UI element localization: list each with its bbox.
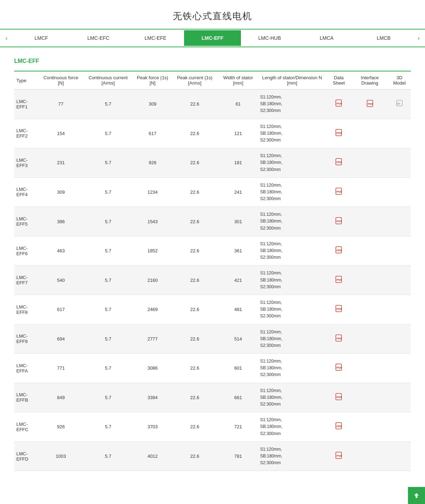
cell-peak-force: 1543 <box>134 207 171 236</box>
nav-next-button[interactable]: › <box>412 30 425 47</box>
cell-interface-drawing[interactable] <box>351 236 388 266</box>
table-row: LMC-EFF53865.7154322.6301S1:120mm,SB:180… <box>14 207 411 236</box>
pdf-icon[interactable]: PDF <box>335 248 342 255</box>
col-header-length_stator: Length of stator/Dimension N [mm] <box>258 71 326 90</box>
pdf-icon[interactable]: PDF <box>335 336 342 343</box>
cell-interface-drawing[interactable]: PDF <box>351 90 388 119</box>
cell-data-sheet[interactable]: PDF <box>326 148 351 178</box>
cell-length-stator: S1:120mm,SB:180mm,S2:300mm <box>258 90 326 119</box>
cell-peak-force: 3086 <box>134 354 171 383</box>
cell-peak-force: 3394 <box>134 383 171 412</box>
cell-width-stator: 781 <box>218 441 258 471</box>
svg-text:PDF: PDF <box>337 190 342 193</box>
cell-3d-model[interactable]: 3D <box>388 90 411 119</box>
svg-text:PDF: PDF <box>337 102 342 105</box>
cell-cont-current: 5.7 <box>82 266 134 295</box>
cell-interface-drawing[interactable] <box>351 324 388 354</box>
cell-data-sheet[interactable]: PDF <box>326 441 351 471</box>
cell-interface-drawing[interactable] <box>351 207 388 236</box>
nav-tab-lmcf[interactable]: LMCF <box>13 30 70 46</box>
table-row: LMC-EFF43095.7123422.6241S1:120mm,SB:180… <box>14 177 411 207</box>
cell-interface-drawing[interactable] <box>351 441 388 471</box>
col-header-type: Type <box>14 71 39 90</box>
pdf-icon[interactable]: PDF <box>335 219 342 226</box>
cell-length-stator: S1:120mm,SB:180mm,S2:300mm <box>258 324 326 354</box>
pdf-icon[interactable]: PDF <box>367 103 373 108</box>
nav-tab-lmc-eff[interactable]: LMC-EFF <box>184 30 241 46</box>
cell-3d-model[interactable] <box>388 324 411 354</box>
cell-data-sheet[interactable]: PDF <box>326 383 351 412</box>
cell-3d-model[interactable] <box>388 354 411 383</box>
svg-text:PDF: PDF <box>337 220 342 223</box>
nav-tab-lmc-efe[interactable]: LMC-EFE <box>127 30 184 46</box>
cell-data-sheet[interactable]: PDF <box>326 412 351 442</box>
cell-data-sheet[interactable]: PDF <box>326 177 351 207</box>
cell-interface-drawing[interactable] <box>351 295 388 324</box>
pdf-icon[interactable]: PDF <box>335 160 342 167</box>
cell-3d-model[interactable] <box>388 266 411 295</box>
nav-tab-lmc-efc[interactable]: LMC-EFC <box>70 30 127 46</box>
cell-3d-model[interactable] <box>388 207 411 236</box>
nav-prev-button[interactable]: ‹ <box>0 30 13 47</box>
cell-interface-drawing[interactable] <box>351 266 388 295</box>
pdf-icon[interactable]: PDF <box>335 395 342 402</box>
cell-3d-model[interactable] <box>388 441 411 471</box>
table-row: LMC-EFF32315.792622.6181S1:120mm,SB:180m… <box>14 148 411 178</box>
nav-tabs: LMCFLMC-EFCLMC-EFELMC-EFFLMC-HUBLMCALMCB <box>13 30 412 46</box>
cell-data-sheet[interactable]: PDF <box>326 236 351 266</box>
cell-type: LMC-EFF1 <box>14 90 39 119</box>
pdf-icon[interactable]: PDF <box>335 306 342 313</box>
col-header-data_sheet: Data Sheet <box>326 71 351 90</box>
cell-length-stator: S1:120mm,SB:180mm,S2:300mm <box>258 236 326 266</box>
table-row: LMC-EFF21545.761722.6121S1:120mm,SB:180m… <box>14 119 411 148</box>
cell-peak-current: 22.6 <box>171 383 219 412</box>
cell-3d-model[interactable] <box>388 119 411 148</box>
svg-text:PDF: PDF <box>337 454 342 457</box>
table-row: LMC-EFFB8495.7339422.6661S1:120mm,SB:180… <box>14 383 411 412</box>
cell-peak-current: 22.6 <box>171 295 219 324</box>
cell-3d-model[interactable] <box>388 148 411 178</box>
col-header-cont_force: Continuous force [N] <box>39 71 82 90</box>
cell-type: LMC-EFF7 <box>14 266 39 295</box>
col-header-width_stator: Width of stator [mm] <box>218 71 258 90</box>
cell-cont-current: 5.7 <box>82 236 134 266</box>
model-3d-icon[interactable]: 3D <box>396 101 403 108</box>
cell-data-sheet[interactable]: PDF <box>326 354 351 383</box>
cell-data-sheet[interactable]: PDF <box>326 324 351 354</box>
pdf-icon[interactable]: PDF <box>335 130 342 138</box>
nav-tab-lmca[interactable]: LMCA <box>298 30 355 46</box>
nav-tab-lmcb[interactable]: LMCB <box>355 30 412 46</box>
pdf-icon[interactable]: PDF <box>335 453 342 460</box>
cell-3d-model[interactable] <box>388 295 411 324</box>
pdf-icon[interactable]: PDF <box>335 365 342 372</box>
cell-data-sheet[interactable]: PDF <box>326 295 351 324</box>
cell-interface-drawing[interactable] <box>351 177 388 207</box>
cell-3d-model[interactable] <box>388 412 411 442</box>
cell-3d-model[interactable] <box>388 177 411 207</box>
pdf-icon[interactable]: PDF <box>335 424 342 431</box>
pdf-icon[interactable]: PDF <box>335 189 342 196</box>
cell-interface-drawing[interactable] <box>351 412 388 442</box>
cell-length-stator: S1:120mm,SB:180mm,S2:300mm <box>258 177 326 207</box>
cell-interface-drawing[interactable] <box>351 148 388 178</box>
cell-cont-current: 5.7 <box>82 383 134 412</box>
cell-type: LMC-EFF6 <box>14 236 39 266</box>
cell-peak-force: 926 <box>134 148 171 178</box>
cell-data-sheet[interactable]: PDF <box>326 207 351 236</box>
cell-peak-current: 22.6 <box>171 324 219 354</box>
cell-3d-model[interactable] <box>388 236 411 266</box>
cell-interface-drawing[interactable] <box>351 354 388 383</box>
back-to-top-button[interactable] <box>408 487 425 492</box>
cell-3d-model[interactable] <box>388 383 411 412</box>
nav-tab-lmc-hub[interactable]: LMC-HUB <box>241 30 298 46</box>
cell-peak-force: 2469 <box>134 295 171 324</box>
cell-data-sheet[interactable]: PDF <box>326 266 351 295</box>
cell-interface-drawing[interactable] <box>351 119 388 148</box>
cell-data-sheet[interactable]: PDF <box>326 119 351 148</box>
cell-width-stator: 121 <box>218 119 258 148</box>
cell-interface-drawing[interactable] <box>351 383 388 412</box>
pdf-icon[interactable]: PDF <box>335 277 342 284</box>
cell-peak-current: 22.6 <box>171 266 219 295</box>
pdf-icon[interactable]: PDF <box>335 101 342 108</box>
cell-data-sheet[interactable]: PDF <box>326 90 351 119</box>
